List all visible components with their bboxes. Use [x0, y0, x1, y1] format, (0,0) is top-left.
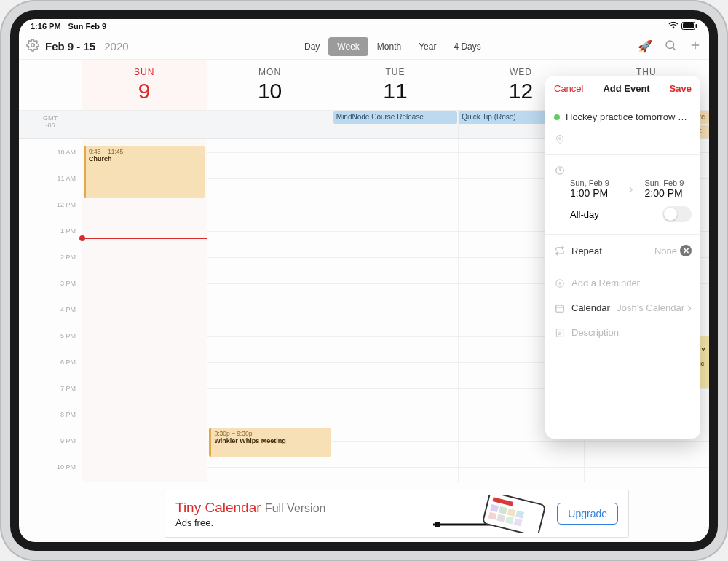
event-church[interactable]: 9:45 – 11:45 Church — [84, 146, 205, 198]
description-label: Description — [571, 327, 619, 338]
svg-rect-20 — [556, 305, 564, 311]
date-range[interactable]: Feb 9 - 15 — [45, 40, 95, 52]
ad-subtitle: Ads free. — [175, 517, 426, 528]
repeat-row[interactable]: Repeat None ✕ — [545, 239, 700, 262]
description-icon — [554, 328, 566, 338]
repeat-icon — [554, 246, 566, 256]
cancel-button[interactable]: Cancel — [554, 83, 583, 94]
day-header-sun[interactable]: SUN 9 — [82, 60, 207, 110]
time-label: 3 PM — [60, 280, 76, 287]
clock-icon — [554, 165, 566, 176]
event-name: Winkler Whips Meeting — [214, 437, 328, 444]
ad-title: Tiny Calendar Full Version — [175, 500, 426, 516]
repeat-value: None — [654, 246, 677, 256]
time-label: 8 PM — [60, 411, 76, 418]
time-label: 10 PM — [57, 463, 76, 471]
save-button[interactable]: Save — [670, 83, 692, 94]
battery-icon — [681, 22, 697, 31]
end-time: 2:00 PM — [645, 187, 692, 199]
view-segmented-control: Day Week Month Year 4 Days — [296, 37, 490, 56]
ad-graphic — [433, 495, 550, 532]
description-row[interactable]: Description — [545, 321, 700, 344]
repeat-label: Repeat — [571, 246, 602, 256]
status-date: Sun Feb 9 — [68, 22, 107, 31]
now-indicator — [82, 238, 207, 239]
rocket-icon[interactable]: 🚀 — [638, 39, 652, 53]
time-label: 5 PM — [60, 332, 76, 340]
start-time: 1:00 PM — [570, 187, 617, 199]
time-label: 4 PM — [60, 306, 76, 313]
time-label: 11 AM — [57, 175, 76, 182]
dow-label: SUN — [82, 67, 207, 77]
allday-cell[interactable] — [82, 111, 207, 125]
day-col-sun[interactable]: 9:45 – 11:45 Church — [82, 139, 207, 482]
gear-icon[interactable] — [26, 39, 39, 55]
time-label: 6 PM — [60, 358, 76, 366]
plus-circle-icon — [554, 278, 566, 289]
event-whips[interactable]: 8:30p – 9:30p Winkler Whips Meeting — [209, 428, 331, 457]
dom-label: 11 — [333, 79, 458, 103]
upsell-banner: Tiny Calendar Full Version Ads free. — [165, 490, 629, 538]
end-time-picker[interactable]: Sun, Feb 9 2:00 PM — [645, 178, 692, 199]
allday-cell[interactable] — [207, 111, 332, 125]
add-icon[interactable] — [689, 39, 702, 55]
time-label: 9 PM — [60, 437, 76, 444]
allday-cell[interactable] — [333, 125, 458, 138]
clear-icon[interactable]: ✕ — [680, 245, 692, 256]
reminder-label: Add a Reminder — [571, 278, 640, 289]
svg-rect-1 — [683, 23, 694, 28]
day-header-mon[interactable]: MON 10 — [207, 60, 332, 110]
tab-4days[interactable]: 4 Days — [445, 37, 489, 56]
allday-cell[interactable] — [82, 125, 207, 138]
dom-label: 9 — [82, 79, 207, 103]
device-frame: 1:16 PM Sun Feb 9 Feb 9 - 15 2020 Day — [0, 0, 728, 561]
app-toolbar: Feb 9 - 15 2020 Day Week Month Year 4 Da… — [19, 34, 709, 60]
add-reminder-row[interactable]: Add a Reminder — [545, 272, 700, 294]
allday-toggle[interactable] — [662, 206, 692, 222]
upgrade-button[interactable]: Upgrade — [557, 503, 618, 525]
calendar-value: Josh's Calendar — [617, 302, 684, 313]
svg-point-4 — [666, 41, 674, 49]
search-icon[interactable] — [664, 39, 677, 55]
svg-point-6 — [435, 522, 440, 527]
day-col-tue[interactable] — [333, 139, 458, 482]
svg-rect-2 — [696, 24, 697, 28]
allday-event[interactable]: MindNode Course Release — [333, 111, 457, 124]
tz-offset: -06 — [19, 122, 82, 130]
tab-week[interactable]: Week — [328, 37, 368, 56]
allday-cell[interactable]: MindNode Course Release — [333, 111, 458, 125]
time-label: 12 PM — [57, 201, 76, 208]
calendar-row[interactable]: Calendar Josh's Calendar › — [545, 294, 700, 321]
svg-point-3 — [31, 43, 35, 47]
calendar-icon — [554, 303, 566, 313]
dow-label: TUE — [333, 67, 458, 77]
day-col-mon[interactable]: 8:30p – 9:30p Winkler Whips Meeting — [207, 139, 332, 482]
status-time: 1:16 PM — [31, 22, 61, 31]
tab-year[interactable]: Year — [410, 37, 445, 56]
timezone-label: GMT -06 — [19, 111, 82, 138]
calendar-label: Calendar — [571, 302, 610, 313]
calendar-color-dot — [554, 114, 560, 120]
event-time: 8:30p – 9:30p — [214, 430, 328, 437]
ad-suffix: Full Version — [265, 502, 326, 514]
time-label: 1 PM — [60, 227, 76, 235]
allday-cell[interactable] — [207, 125, 332, 138]
time-label: 2 PM — [60, 254, 76, 261]
chevron-right-icon: › — [687, 300, 692, 315]
ad-brand: Tiny Calendar — [175, 500, 261, 515]
tab-month[interactable]: Month — [368, 37, 410, 56]
event-title-input[interactable]: Hockey practice tomorrow at 9:… — [566, 111, 692, 122]
start-time-picker[interactable]: Sun, Feb 9 1:00 PM — [570, 178, 617, 199]
time-label: 10 AM — [57, 149, 76, 156]
event-time: 9:45 – 11:45 — [89, 148, 202, 155]
dow-label: MON — [207, 67, 332, 77]
day-header-tue[interactable]: TUE 11 — [333, 60, 458, 110]
start-date: Sun, Feb 9 — [570, 178, 617, 187]
wifi-icon — [668, 22, 678, 31]
event-name: Church — [89, 155, 202, 162]
status-bar: 1:16 PM Sun Feb 9 — [19, 19, 709, 34]
location-pin-icon — [554, 134, 566, 144]
time-label: 7 PM — [60, 385, 76, 392]
screen: 1:16 PM Sun Feb 9 Feb 9 - 15 2020 Day — [10, 10, 718, 551]
tab-day[interactable]: Day — [296, 37, 328, 56]
